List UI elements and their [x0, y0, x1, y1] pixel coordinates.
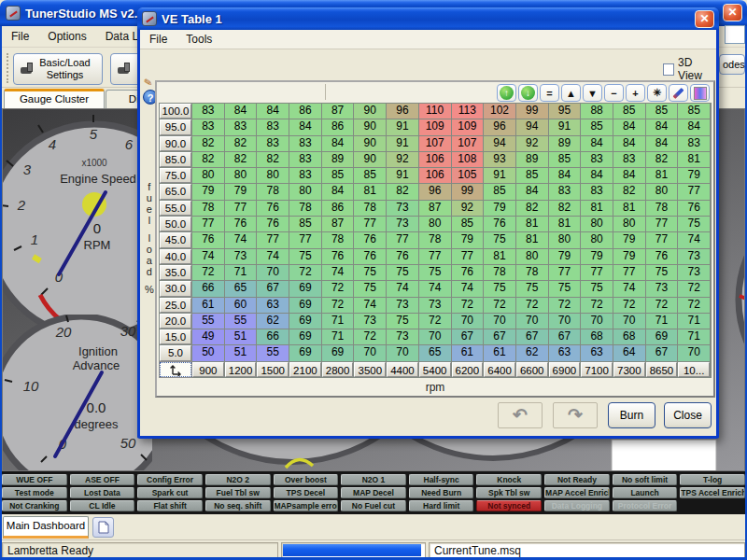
ve-cell[interactable]: 63 — [581, 345, 613, 360]
load-row-header[interactable]: 30.0 — [160, 281, 191, 296]
ve-cell[interactable]: 65 — [225, 281, 257, 296]
ve-cell[interactable]: 92 — [516, 136, 548, 151]
ve-cell[interactable]: 84 — [646, 119, 678, 134]
ve-cell[interactable]: 78 — [257, 184, 289, 199]
ve-cell[interactable]: 73 — [354, 314, 386, 329]
ve-cell[interactable]: 96 — [387, 104, 418, 119]
ve-cell[interactable]: 67 — [484, 329, 515, 344]
basic-load-settings-button[interactable]: Basic/Load Settings — [13, 53, 103, 85]
ve-cell[interactable]: 75 — [354, 281, 386, 296]
ve-cell[interactable]: 78 — [484, 265, 515, 280]
ve-cell[interactable]: 81 — [549, 217, 581, 231]
ve-cell[interactable]: 70 — [581, 314, 613, 329]
ve-cell[interactable]: 78 — [354, 201, 386, 216]
ve-cell[interactable]: 91 — [387, 136, 418, 151]
ve-cell[interactable]: 74 — [192, 249, 224, 264]
ve-cell[interactable]: 74 — [322, 265, 354, 280]
ve-cell[interactable]: 78 — [289, 201, 321, 216]
ve-cell[interactable]: 84 — [549, 168, 581, 183]
ve-cell[interactable]: 94 — [516, 119, 548, 134]
ve-cell[interactable]: 80 — [549, 232, 581, 247]
ve-cell[interactable]: 72 — [354, 329, 386, 344]
ve-cell[interactable]: 80 — [192, 168, 224, 183]
ve-cell[interactable]: 82 — [225, 136, 257, 151]
close-button[interactable]: Close — [664, 402, 712, 428]
ve-cell[interactable]: 73 — [419, 298, 451, 313]
ve-cell[interactable]: 70 — [419, 329, 451, 344]
ve-cell[interactable]: 93 — [484, 152, 515, 167]
ve-cell[interactable]: 82 — [646, 152, 678, 167]
ve-cell[interactable]: 84 — [613, 119, 645, 134]
ve-cell[interactable]: 51 — [225, 345, 257, 360]
ve-cell[interactable]: 85 — [646, 104, 678, 119]
ve-cell[interactable]: 73 — [387, 298, 418, 313]
ve-cell[interactable]: 79 — [452, 232, 484, 247]
ve-cell[interactable]: 73 — [387, 329, 418, 344]
ve-cell[interactable]: 87 — [322, 217, 354, 231]
ve-cell[interactable]: 102 — [484, 104, 515, 119]
ve-cell[interactable]: 74 — [678, 232, 710, 247]
rpm-column-header[interactable]: 2100 — [289, 362, 321, 377]
view-3d-checkbox[interactable] — [663, 63, 674, 76]
revert-forward-icon[interactable]: ↓ — [518, 84, 538, 102]
ve-cell[interactable]: 83 — [225, 119, 257, 134]
rpm-column-header[interactable]: 1200 — [225, 362, 257, 377]
ve-cell[interactable]: 71 — [678, 314, 710, 329]
ve-cell[interactable]: 74 — [225, 232, 257, 247]
ve-cell[interactable]: 79 — [549, 249, 581, 264]
ve-cell[interactable]: 55 — [192, 314, 224, 329]
ve-cell[interactable]: 80 — [289, 184, 321, 199]
ve-cell[interactable]: 82 — [225, 152, 257, 167]
ve-cell[interactable]: 77 — [452, 249, 484, 264]
scale-icon[interactable]: ✳ — [647, 84, 667, 102]
ve-cell[interactable]: 77 — [613, 265, 645, 280]
color-scale-icon[interactable] — [690, 84, 710, 102]
ve-cell[interactable]: 68 — [581, 329, 613, 344]
ve-cell[interactable]: 72 — [484, 298, 515, 313]
ve-cell[interactable]: 106 — [419, 168, 451, 183]
ve-cell[interactable]: 91 — [387, 168, 418, 183]
ve-cell[interactable]: 99 — [452, 184, 484, 199]
rpm-column-header[interactable]: 5400 — [419, 362, 451, 377]
load-row-header[interactable]: 50.0 — [160, 217, 191, 231]
ve-cell[interactable]: 82 — [192, 152, 224, 167]
ve-cell[interactable]: 75 — [581, 281, 613, 296]
ve-cell[interactable]: 74 — [354, 298, 386, 313]
ve-cell[interactable]: 72 — [322, 281, 354, 296]
ve-cell[interactable]: 86 — [322, 119, 354, 134]
ve-cell[interactable]: 67 — [452, 329, 484, 344]
plus-icon[interactable]: + — [626, 84, 645, 102]
ve-cell[interactable]: 70 — [257, 265, 289, 280]
ve-cell[interactable]: 72 — [322, 298, 354, 313]
ve-cell[interactable]: 73 — [387, 217, 418, 231]
ve-cell[interactable]: 70 — [516, 314, 548, 329]
ve-cell[interactable]: 74 — [613, 281, 645, 296]
ve-cell[interactable]: 99 — [516, 104, 548, 119]
ve-cell[interactable]: 83 — [192, 104, 224, 119]
load-row-header[interactable]: 90.0 — [160, 136, 191, 151]
rpm-column-header[interactable]: 7300 — [613, 362, 645, 377]
ve-cell[interactable]: 75 — [549, 281, 581, 296]
ve-cell[interactable]: 90 — [354, 119, 386, 134]
ve-cell[interactable]: 72 — [678, 298, 710, 313]
rpm-column-header[interactable]: 1500 — [257, 362, 289, 377]
ve-cell[interactable]: 68 — [613, 329, 645, 344]
ve-cell[interactable]: 78 — [646, 201, 678, 216]
load-row-header[interactable]: 45.0 — [160, 232, 191, 247]
ve-cell[interactable]: 84 — [613, 136, 645, 151]
ve-cell[interactable]: 55 — [257, 345, 289, 360]
ve-cell[interactable]: 76 — [646, 249, 678, 264]
ve-cell[interactable]: 74 — [419, 281, 451, 296]
ve-cell[interactable]: 85 — [452, 217, 484, 231]
ve-cell[interactable]: 82 — [613, 184, 645, 199]
dialog-title-bar[interactable]: VE Table 1 ✕ — [137, 7, 719, 30]
ve-cell[interactable]: 80 — [516, 249, 548, 264]
ve-cell[interactable]: 81 — [354, 184, 386, 199]
rpm-column-header[interactable]: 6600 — [516, 362, 548, 377]
ve-cell[interactable]: 75 — [678, 217, 710, 231]
ve-cell[interactable]: 79 — [581, 249, 613, 264]
menu-file[interactable]: File — [2, 27, 38, 46]
ve-cell[interactable]: 82 — [549, 201, 581, 216]
ve-cell[interactable]: 83 — [581, 184, 613, 199]
ve-cell[interactable]: 77 — [354, 217, 386, 231]
